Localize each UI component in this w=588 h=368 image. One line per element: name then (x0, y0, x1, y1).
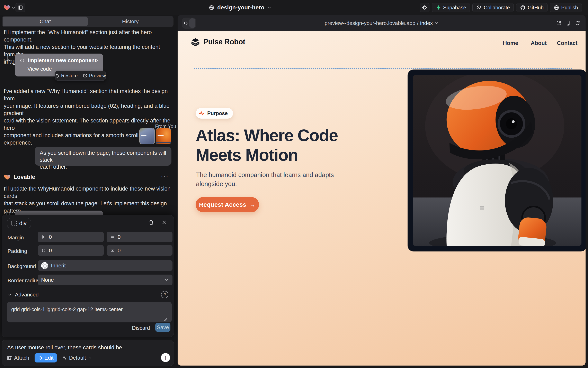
close-icon (161, 220, 167, 225)
composer-toolbar: Attach Edit Default (7, 353, 92, 362)
thumbnail-strip (156, 142, 171, 143)
assistant-name: Lovable (13, 174, 35, 180)
padding-x-input[interactable]: 0 (38, 245, 104, 256)
tab-history[interactable]: History (88, 17, 173, 26)
project-switcher[interactable]: design-your-hero (209, 0, 272, 15)
logo-chevron-down-icon[interactable] (11, 6, 16, 10)
component-card-header: Implement new component (19, 57, 96, 64)
site-brand[interactable]: Pulse Robot (191, 37, 245, 47)
thumbnail-text-line (141, 135, 146, 136)
lovable-heart-icon (4, 174, 11, 181)
save-button[interactable]: Save (155, 323, 171, 332)
assistant-header: Lovable ··· (4, 173, 171, 181)
padding-x-value: 0 (49, 247, 52, 254)
margin-x-value: 0 (49, 234, 52, 240)
sidebar-toggle-button[interactable] (16, 3, 25, 12)
advanced-classes-textarea[interactable]: grid grid-cols-1 lg:grid-cols-2 gap-12 i… (7, 302, 172, 322)
preview-url-bar[interactable]: preview--design-your-hero.lovable.app / … (324, 15, 438, 31)
project-chevron-down-icon (267, 5, 272, 10)
chat-composer[interactable]: As user mouse roll over, these cards sho… (2, 340, 174, 366)
restore-button[interactable]: Restore (55, 73, 78, 79)
preview-pane: preview--design-your-hero.lovable.app / … (178, 15, 586, 366)
globe-icon (209, 5, 214, 10)
margin-x-input[interactable]: 0 (38, 232, 104, 242)
selected-element-chip[interactable]: div (7, 218, 31, 228)
mode-label: Default (69, 355, 86, 361)
nav-link-about[interactable]: About (531, 40, 547, 46)
mode-chevron-icon (88, 356, 92, 360)
dashed-square-icon (11, 221, 17, 226)
hero-heading: Atlas: Where Code Meets Motion (196, 126, 338, 165)
github-label: GitHub (528, 5, 544, 11)
lovable-logo-icon[interactable] (3, 4, 10, 11)
activity-icon (199, 110, 205, 116)
github-icon (520, 5, 526, 10)
hero-subheading: The humanoid companion that learns and a… (196, 171, 334, 188)
settings-button[interactable] (420, 3, 429, 12)
preview-path: index (420, 20, 433, 26)
supabase-icon (436, 5, 441, 10)
cta-label: Request Access (199, 201, 246, 208)
attachment-thumbnail-blue[interactable] (140, 129, 154, 144)
bookmark-icon[interactable] (5, 55, 12, 62)
path-chevron-icon (435, 21, 439, 25)
request-access-button[interactable]: Request Access → (196, 197, 259, 212)
code-icon (19, 58, 25, 63)
publish-button[interactable]: Publish (550, 3, 582, 12)
send-button[interactable]: ↑ (161, 353, 170, 362)
user-note-text: As you scroll down the page, these compo… (40, 149, 171, 170)
code-view-toggle[interactable] (182, 18, 196, 29)
discard-button[interactable]: Discard (132, 325, 150, 331)
advanced-section-toggle[interactable]: Advanced (8, 292, 39, 298)
margin-label: Margin (8, 234, 24, 241)
attach-image-icon (7, 355, 12, 361)
user-note-bubble: As you scroll down the page, these compo… (35, 147, 171, 166)
border-radius-value: None (41, 277, 54, 283)
composer-input[interactable]: As user mouse roll over, these cards sho… (7, 344, 122, 351)
refresh-icon (575, 20, 580, 26)
refresh-button[interactable] (575, 20, 580, 26)
nav-link-home[interactable]: Home (503, 40, 518, 46)
top-bar: design-your-hero (0, 0, 588, 15)
supabase-button[interactable]: Supabase (432, 3, 470, 12)
resize-handle[interactable] (163, 317, 167, 321)
nav-link-contact[interactable]: Contact (557, 40, 578, 46)
selected-hero-section[interactable]: Purpose Atlas: Where Code Meets Motion T… (194, 68, 572, 253)
publish-label: Publish (561, 5, 578, 11)
padding-label: Padding (8, 248, 27, 254)
close-panel-button[interactable] (161, 220, 167, 225)
view-code-link[interactable]: View code (28, 66, 52, 72)
robot-image (413, 75, 581, 246)
component-card-title: Implement new component (28, 57, 96, 64)
brand-name: Pulse Robot (203, 38, 245, 46)
help-icon[interactable]: ? (161, 291, 168, 298)
transparency-swatch-icon (41, 262, 48, 269)
edit-label: Edit (44, 355, 54, 361)
select-chevron-icon (164, 278, 169, 282)
margin-y-input[interactable]: 0 (107, 232, 172, 242)
up-arrow-icon: ↑ (164, 355, 167, 361)
github-button[interactable]: GitHub (516, 3, 548, 12)
thumbnail-text-line (141, 137, 148, 137)
mobile-view-button[interactable] (566, 20, 571, 26)
margin-horizontal-icon (41, 234, 46, 239)
background-input[interactable]: Inherit (38, 260, 172, 271)
message-menu-button[interactable]: ··· (161, 173, 169, 180)
border-radius-select[interactable]: None (38, 275, 172, 285)
collaborate-button[interactable]: Collaborate (472, 3, 514, 12)
layers-logo-icon (191, 37, 200, 47)
attachment-thumbnail-orange[interactable] (156, 129, 171, 144)
preview-button[interactable]: Preview (83, 73, 106, 79)
background-value: Inherit (51, 263, 66, 269)
delete-element-button[interactable] (148, 219, 154, 226)
open-in-new-tab-button[interactable] (556, 20, 561, 26)
selected-element-tag: div (19, 220, 27, 227)
padding-vertical-icon (110, 248, 115, 253)
tab-chat[interactable]: Chat (3, 17, 88, 26)
margin-vertical-icon (110, 234, 115, 239)
edit-mode-button[interactable]: Edit (35, 353, 57, 362)
element-inspector-panel: div Margin 0 0 Padding 0 (2, 215, 174, 337)
mode-select[interactable]: Default (62, 355, 92, 361)
padding-y-input[interactable]: 0 (107, 245, 172, 256)
attach-button[interactable]: Attach (7, 355, 29, 361)
